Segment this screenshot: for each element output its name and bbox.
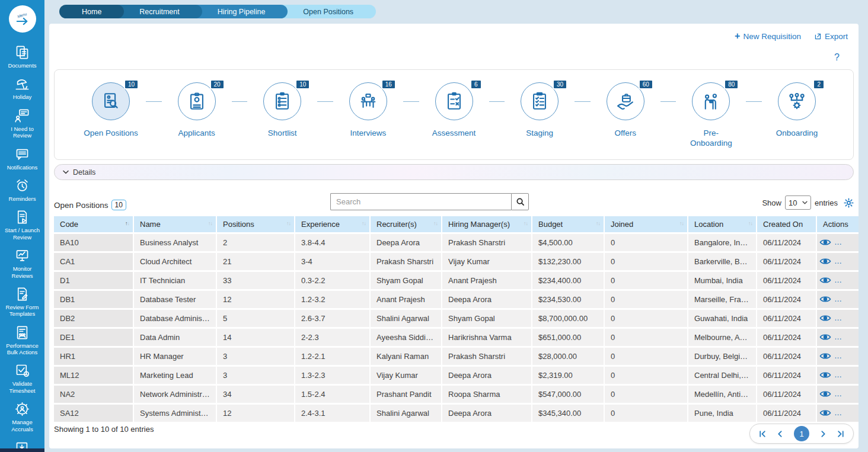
cell-joined: 0 bbox=[604, 310, 687, 327]
sidebar-item-documents[interactable]: Documents bbox=[0, 44, 44, 69]
table-body: BA10Business Analyst23.8-4.4Deepa AroraP… bbox=[54, 234, 859, 422]
help-button[interactable]: ? bbox=[834, 52, 840, 63]
new-requisition-button[interactable]: + New Requisition bbox=[735, 31, 801, 41]
pipeline-stage-applicants[interactable]: 20Applicants bbox=[162, 82, 232, 139]
stage-circle: 10 bbox=[263, 82, 301, 120]
interviews-icon bbox=[358, 91, 378, 111]
cell-budget: $4,500.00 bbox=[531, 234, 604, 251]
stage-circle: 6 bbox=[435, 82, 473, 120]
sidebar-item-label: Validate Timesheet bbox=[2, 380, 43, 394]
menu-button[interactable]: Menu bbox=[9, 5, 36, 33]
breadcrumb-tab-open-positions[interactable]: Open Positions bbox=[273, 5, 376, 18]
sidebar-item-review-form-templates[interactable]: Review Form Templates bbox=[0, 286, 44, 318]
pipeline-stage-staging[interactable]: 30Staging bbox=[505, 82, 575, 139]
cell-location: Medellín, Antioqu... bbox=[687, 386, 756, 403]
cell-name: Systems Administrator bbox=[133, 405, 216, 422]
view-button[interactable] bbox=[819, 257, 831, 266]
cell-created_on: 06/11/2024 bbox=[756, 310, 816, 327]
sidebar-item-reminders[interactable]: Reminders bbox=[0, 178, 44, 202]
sort-icon: ↑↓ bbox=[433, 220, 438, 226]
column-label: Location bbox=[694, 220, 723, 229]
sidebar-item-i-need-to-review[interactable]: I Need to Review bbox=[0, 108, 44, 139]
next-page-button[interactable] bbox=[819, 430, 827, 438]
sidebar-item-validate-timesheet[interactable]: Validate Timesheet bbox=[0, 363, 44, 394]
pre-onboarding-icon bbox=[701, 91, 721, 111]
cell-joined: 0 bbox=[604, 405, 687, 422]
cell-recruiters: Ayeesha Siddique bbox=[369, 329, 441, 346]
pipeline-stage-pre-onboarding[interactable]: 80Pre-Onboarding bbox=[676, 82, 746, 149]
plus-icon: + bbox=[735, 31, 740, 41]
cell-hiring_managers: Harikrishna Varma bbox=[441, 329, 531, 346]
first-page-button[interactable] bbox=[758, 430, 766, 438]
view-button[interactable] bbox=[819, 276, 831, 285]
sidebar-item-holiday[interactable]: Holiday bbox=[0, 76, 44, 100]
column-header-budget[interactable]: Budget↑↓ bbox=[531, 216, 604, 232]
view-button[interactable] bbox=[819, 314, 831, 323]
cell-name: Database Administra... bbox=[133, 310, 216, 327]
previous-page-button[interactable] bbox=[776, 430, 784, 438]
sidebar-item-notifications[interactable]: Notifications bbox=[0, 146, 44, 171]
view-button[interactable] bbox=[819, 333, 831, 342]
sidebar-item-label: Start / Launch Review bbox=[2, 227, 43, 241]
sidebar-item-start-launch-review[interactable]: Start / Launch Review bbox=[0, 209, 44, 241]
stage-count-badge: 80 bbox=[724, 79, 739, 89]
sort-icon: ↑↓ bbox=[748, 220, 752, 226]
more-label: More bbox=[844, 391, 859, 398]
column-settings-button[interactable] bbox=[844, 198, 854, 208]
sort-icon: ↑↓ bbox=[679, 220, 684, 226]
view-button[interactable] bbox=[819, 409, 831, 418]
breadcrumb: HomeRecruitmentHiring PipelineOpen Posit… bbox=[59, 5, 868, 18]
column-header-recruiter-s[interactable]: Recruiter(s)↑↓ bbox=[369, 216, 441, 232]
cell-created_on: 06/11/2024 bbox=[756, 291, 816, 308]
cell-actions: More bbox=[816, 386, 859, 403]
view-button[interactable] bbox=[819, 390, 831, 399]
details-toggle[interactable]: Details bbox=[54, 164, 854, 180]
breadcrumb-tab-home[interactable]: Home bbox=[59, 5, 124, 18]
current-page-button[interactable]: 1 bbox=[794, 426, 809, 441]
view-button[interactable] bbox=[819, 238, 831, 247]
column-header-name[interactable]: Name↑↓ bbox=[133, 216, 216, 232]
pipeline-stage-open-positions[interactable]: 10Open Positions bbox=[76, 82, 146, 139]
search-input[interactable] bbox=[330, 193, 511, 210]
import-timesheet-icon bbox=[14, 440, 30, 448]
cell-budget: $28,000.00 bbox=[531, 348, 604, 365]
staging-icon bbox=[529, 91, 550, 111]
page-size-select[interactable]: 10 bbox=[785, 195, 811, 210]
search-button[interactable] bbox=[511, 193, 529, 210]
reminders-icon bbox=[14, 178, 30, 194]
sidebar-item-performance-bulk-actions[interactable]: Performance Bulk Actions bbox=[0, 325, 44, 356]
cell-recruiters: Shalini Agarwal bbox=[369, 405, 441, 422]
last-page-button[interactable] bbox=[837, 430, 845, 438]
column-header-location[interactable]: Location↑↓ bbox=[687, 216, 756, 232]
pipeline-stage-interviews[interactable]: 16Interviews bbox=[333, 82, 403, 139]
cell-budget: $234,530.00 bbox=[531, 291, 604, 308]
open-positions-table: Code↑↓Name↑↓Positions↑↓Experience↑↓Recru… bbox=[54, 214, 859, 424]
view-button[interactable] bbox=[819, 352, 831, 361]
pipeline-stage-shortlist[interactable]: 10Shortlist bbox=[247, 82, 317, 139]
column-header-positions[interactable]: Positions↑↓ bbox=[216, 216, 294, 232]
view-button[interactable] bbox=[819, 295, 831, 304]
pipeline-stage-assessment[interactable]: 6Assessment bbox=[419, 82, 489, 139]
stage-circle: 60 bbox=[607, 82, 644, 120]
sidebar-item-label: Notifications bbox=[7, 164, 38, 171]
column-header-code[interactable]: Code↑↓ bbox=[54, 216, 133, 232]
view-button[interactable] bbox=[819, 371, 831, 380]
column-header-joined[interactable]: Joined↑↓ bbox=[604, 216, 687, 232]
export-button[interactable]: Export bbox=[814, 32, 848, 41]
pipeline-stage-offers[interactable]: 60Offers bbox=[591, 82, 660, 139]
sidebar-item-label: Holiday bbox=[13, 94, 32, 100]
more-label: More bbox=[844, 315, 859, 322]
export-icon bbox=[814, 33, 822, 40]
column-label: Joined bbox=[611, 220, 633, 229]
column-header-hiring-manager-s[interactable]: Hiring Manager(s)↑↓ bbox=[441, 216, 531, 232]
cell-positions: 14 bbox=[216, 329, 294, 346]
cell-hiring_managers: Deepa Arora bbox=[441, 291, 531, 308]
pipeline-stage-onboarding[interactable]: 2Onboarding bbox=[762, 82, 832, 139]
sidebar-item-import-timesheet-icon[interactable] bbox=[0, 440, 44, 448]
breadcrumb-tab-hiring-pipeline[interactable]: Hiring Pipeline bbox=[188, 5, 288, 18]
cell-name: Network Administrat... bbox=[133, 386, 216, 403]
sidebar-item-monitor-reviews[interactable]: Monitor Reviews bbox=[0, 248, 44, 279]
sidebar-item-manage-accruals[interactable]: Manage Accruals bbox=[0, 401, 44, 432]
cell-budget: $547,000.00 bbox=[531, 386, 604, 403]
column-header-experience[interactable]: Experience↑↓ bbox=[294, 216, 369, 232]
